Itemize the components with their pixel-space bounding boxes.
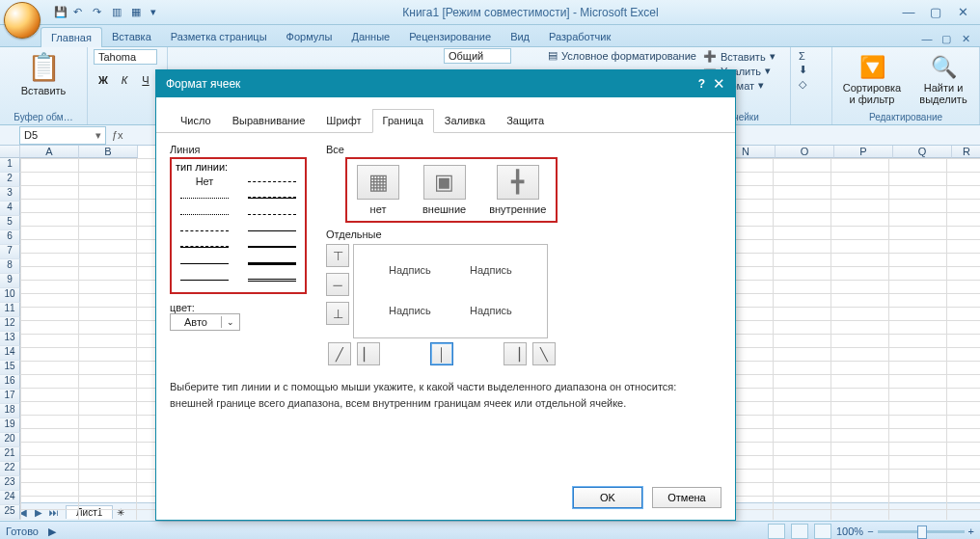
qat-item-icon[interactable]: ▦ <box>131 6 145 19</box>
row-header[interactable]: 14 <box>0 346 20 361</box>
line-style-option[interactable] <box>176 256 233 270</box>
number-format-box[interactable]: Общий <box>444 48 511 64</box>
col-header[interactable]: Q <box>893 146 952 158</box>
tab-home[interactable]: Главная <box>41 27 102 47</box>
line-style-option[interactable] <box>176 207 233 221</box>
conditional-formatting-button[interactable]: ▤Условное форматирование <box>546 48 698 63</box>
font-name-box[interactable]: Tahoma <box>94 49 157 65</box>
minimize-button[interactable]: — <box>897 4 920 21</box>
row-header[interactable]: 12 <box>0 317 20 332</box>
office-button[interactable] <box>4 2 41 39</box>
paste-button[interactable]: 📋 Вставить <box>6 49 81 98</box>
row-header[interactable]: 23 <box>0 476 20 491</box>
row-header[interactable]: 15 <box>0 361 20 375</box>
preset-none-button[interactable]: ▦ <box>357 165 399 200</box>
macro-icon[interactable]: ▶ <box>48 526 56 538</box>
row-header[interactable]: 21 <box>0 447 20 462</box>
row-header[interactable]: 6 <box>0 230 20 245</box>
autosum-button[interactable]: Σ <box>797 49 826 63</box>
row-header[interactable]: 24 <box>0 491 20 505</box>
page-layout-view-button[interactable] <box>791 524 808 539</box>
line-style-option[interactable] <box>243 191 301 204</box>
dialog-help-button[interactable]: ? <box>698 77 705 91</box>
col-header[interactable]: P <box>834 146 893 158</box>
tab-formulas[interactable]: Формулы <box>277 27 342 46</box>
select-all-corner[interactable] <box>0 146 20 158</box>
zoom-in-icon[interactable]: + <box>968 526 974 537</box>
dtab-protection[interactable]: Защита <box>496 109 555 132</box>
clear-button[interactable]: ◇ <box>797 77 826 92</box>
find-select-button[interactable]: 🔍 Найти и выделить <box>912 53 974 107</box>
preset-inside-button[interactable]: ╋ <box>497 165 539 200</box>
qat-item-icon[interactable]: ▥ <box>112 6 125 19</box>
doc-restore-icon[interactable]: ▢ <box>938 31 955 46</box>
doc-minimize-icon[interactable]: — <box>918 31 936 46</box>
row-header[interactable]: 18 <box>0 404 20 418</box>
row-header[interactable]: 1 <box>0 158 20 173</box>
zoom-slider[interactable] <box>878 530 965 533</box>
tab-view[interactable]: Вид <box>501 27 539 46</box>
border-preview[interactable]: Надпись Надпись Надпись Надпись <box>353 244 548 338</box>
border-top-button[interactable]: ⊤ <box>326 244 349 267</box>
row-header[interactable]: 5 <box>0 216 20 230</box>
line-style-option[interactable] <box>176 240 233 254</box>
dtab-number[interactable]: Число <box>170 109 222 132</box>
col-header[interactable]: B <box>79 146 138 158</box>
border-bottom-button[interactable]: ⊥ <box>326 302 349 325</box>
line-style-option[interactable] <box>243 207 301 221</box>
italic-button[interactable]: К <box>115 70 134 90</box>
tab-insert[interactable]: Вставка <box>102 27 161 46</box>
ok-button[interactable]: OK <box>573 487 642 508</box>
row-header[interactable]: 25 <box>0 505 20 520</box>
line-style-none[interactable]: Нет <box>176 175 233 188</box>
line-style-option[interactable] <box>176 273 233 286</box>
row-header[interactable]: 2 <box>0 173 20 187</box>
row-header[interactable]: 17 <box>0 390 20 404</box>
preset-outline-button[interactable]: ▣ <box>423 165 466 200</box>
col-header[interactable]: A <box>20 146 79 158</box>
row-header[interactable]: 8 <box>0 259 20 274</box>
redo-icon[interactable]: ↷ <box>93 6 106 19</box>
chevron-down-icon[interactable]: ⌄ <box>221 316 239 328</box>
dtab-font[interactable]: Шрифт <box>315 109 371 132</box>
sort-filter-button[interactable]: 🔽 Сортировка и фильтр <box>837 53 907 107</box>
line-style-option[interactable] <box>243 224 301 237</box>
dtab-border[interactable]: Граница <box>372 109 434 133</box>
tab-data[interactable]: Данные <box>341 27 399 46</box>
bold-button[interactable]: Ж <box>94 70 113 90</box>
row-header[interactable]: 11 <box>0 303 20 317</box>
border-hmiddle-button[interactable]: ─ <box>326 273 349 296</box>
tab-review[interactable]: Рецензирование <box>399 27 501 46</box>
dialog-close-button[interactable]: ✕ <box>713 75 725 93</box>
dtab-fill[interactable]: Заливка <box>434 109 496 132</box>
fill-button[interactable]: ⬇ <box>797 63 826 77</box>
line-style-option[interactable] <box>243 256 301 270</box>
border-vmiddle-button[interactable]: │ <box>430 342 453 365</box>
doc-close-icon[interactable]: ✕ <box>957 31 974 46</box>
border-diag-down-button[interactable]: ╲ <box>532 342 556 365</box>
underline-button[interactable]: Ч <box>136 70 155 90</box>
maximize-button[interactable]: ▢ <box>924 4 947 21</box>
normal-view-button[interactable] <box>768 524 785 539</box>
zoom-level[interactable]: 100% <box>836 526 863 537</box>
row-header[interactable]: 4 <box>0 202 20 216</box>
chevron-down-icon[interactable]: ▾ <box>95 129 101 142</box>
undo-icon[interactable]: ↶ <box>73 6 87 19</box>
save-icon[interactable]: 💾 <box>54 6 68 19</box>
fx-icon[interactable]: ƒx <box>112 129 123 141</box>
cancel-button[interactable]: Отмена <box>652 487 721 508</box>
line-style-option[interactable] <box>176 191 233 204</box>
name-box[interactable]: D5 ▾ <box>19 126 106 145</box>
line-style-option[interactable] <box>243 175 301 188</box>
row-header[interactable]: 20 <box>0 433 20 447</box>
tab-page-layout[interactable]: Разметка страницы <box>161 27 277 46</box>
col-header[interactable]: R <box>952 146 980 158</box>
line-style-option[interactable] <box>243 240 301 254</box>
row-header[interactable]: 3 <box>0 187 20 202</box>
border-left-button[interactable]: ▏ <box>357 342 380 365</box>
row-header[interactable]: 13 <box>0 332 20 346</box>
line-style-option[interactable] <box>176 224 233 237</box>
border-diag-up-button[interactable]: ╱ <box>328 342 351 365</box>
tab-developer[interactable]: Разработчик <box>539 27 620 46</box>
row-header[interactable]: 10 <box>0 288 20 303</box>
